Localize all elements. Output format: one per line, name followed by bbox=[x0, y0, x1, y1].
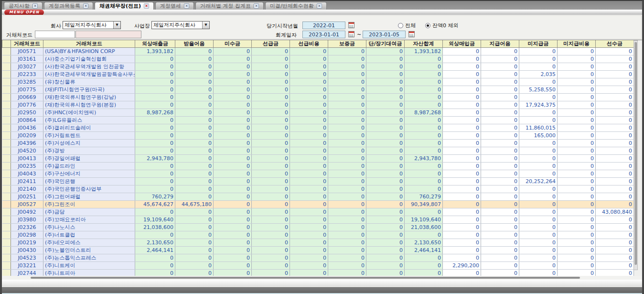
amount-cell[interactable]: 0 bbox=[328, 239, 366, 247]
partner-code-cell[interactable]: J00436 bbox=[11, 124, 43, 132]
amount-cell[interactable]: 0 bbox=[481, 94, 519, 101]
partner-code-cell[interactable]: J03161 bbox=[11, 55, 43, 63]
partner-code-cell[interactable]: J03980 bbox=[11, 216, 43, 224]
amount-cell[interactable]: 0 bbox=[481, 71, 519, 78]
partner-name-input[interactable] bbox=[75, 31, 141, 38]
amount-cell[interactable]: 0 bbox=[290, 208, 328, 216]
amount-cell[interactable]: 0 bbox=[328, 124, 366, 132]
amount-cell[interactable]: 0 bbox=[558, 140, 596, 147]
table-row[interactable]: J04396(주)거성에스지0000000000000 bbox=[2, 140, 634, 147]
amount-cell[interactable]: 19,109,640 bbox=[135, 216, 175, 224]
amount-cell[interactable]: 0 bbox=[481, 216, 519, 224]
calendar-icon[interactable] bbox=[348, 22, 354, 28]
partner-code-cell[interactable]: J00219 bbox=[11, 239, 43, 247]
amount-cell[interactable]: 0 bbox=[214, 71, 252, 78]
row-selector-cell[interactable] bbox=[2, 140, 11, 147]
amount-cell[interactable]: 0 bbox=[405, 185, 443, 193]
amount-cell[interactable]: 0 bbox=[558, 109, 596, 117]
amount-cell[interactable]: 17,924,375 bbox=[519, 101, 558, 109]
amount-cell[interactable]: 0 bbox=[366, 216, 405, 224]
amount-cell[interactable]: 0 bbox=[366, 117, 405, 124]
table-row[interactable]: J00298(주)너트클럽0000000000000 bbox=[2, 231, 634, 239]
amount-cell[interactable]: 0 bbox=[175, 140, 214, 147]
amount-cell[interactable]: 0 bbox=[596, 101, 634, 109]
amount-cell[interactable]: 0 bbox=[175, 247, 214, 254]
column-header[interactable]: 외상매출금 bbox=[135, 40, 175, 48]
amount-cell[interactable]: 0 bbox=[290, 124, 328, 132]
amount-cell[interactable]: 0 bbox=[328, 231, 366, 239]
amount-cell[interactable]: 0 bbox=[135, 101, 175, 109]
amount-cell[interactable]: 0 bbox=[558, 55, 596, 63]
amount-cell[interactable]: 0 bbox=[519, 231, 558, 239]
amount-cell[interactable]: 0 bbox=[214, 132, 252, 140]
amount-cell[interactable]: 0 bbox=[405, 63, 443, 71]
column-header[interactable]: 거래처코드 bbox=[43, 40, 135, 48]
tab-partner-account-summary[interactable]: 거래처별 계정 집계표 × bbox=[195, 2, 264, 10]
amount-cell[interactable]: 0 bbox=[366, 163, 405, 170]
partner-code-cell[interactable]: J00527 bbox=[11, 201, 43, 208]
amount-cell[interactable]: 0 bbox=[328, 178, 366, 185]
amount-cell[interactable]: 0 bbox=[366, 140, 405, 147]
amount-cell[interactable]: 0 bbox=[214, 63, 252, 71]
partner-code-cell[interactable]: J04043 bbox=[11, 170, 43, 178]
partner-name-cell[interactable]: (주)노블인더스트리 bbox=[43, 247, 135, 254]
amount-cell[interactable]: 0 bbox=[252, 78, 290, 86]
company-select[interactable]: 제일저지주식회사 ▼ bbox=[63, 21, 121, 29]
table-row[interactable]: J00571(USA)BY＆HFASHION CORP1,393,1820000… bbox=[2, 48, 634, 55]
partner-code-cell[interactable]: J00251 bbox=[11, 193, 43, 201]
tab-close-icon[interactable]: × bbox=[317, 3, 322, 9]
partner-name-cell[interactable]: (주)골드라인 bbox=[43, 163, 135, 170]
amount-cell[interactable]: 0 bbox=[252, 55, 290, 63]
date-to-input[interactable]: 2023-01-05 bbox=[363, 31, 406, 38]
amount-cell[interactable]: 0 bbox=[519, 94, 558, 101]
amount-cell[interactable]: 0 bbox=[558, 155, 596, 163]
amount-cell[interactable]: 0 bbox=[519, 55, 558, 63]
amount-cell[interactable]: 0 bbox=[596, 109, 634, 117]
radio-all[interactable]: 전체 bbox=[398, 22, 416, 29]
amount-cell[interactable]: 45,674,627 bbox=[135, 201, 175, 208]
amount-cell[interactable]: 0 bbox=[328, 86, 366, 94]
amount-cell[interactable]: 0 bbox=[366, 101, 405, 109]
table-row[interactable]: J00492(주)금담00000000000043,080,840 bbox=[2, 208, 634, 216]
column-header[interactable]: 선급금 bbox=[252, 40, 290, 48]
amount-cell[interactable]: 0 bbox=[443, 101, 481, 109]
amount-cell[interactable]: 5,258,550 bbox=[519, 86, 558, 94]
amount-cell[interactable]: 0 bbox=[252, 239, 290, 247]
row-selector-cell[interactable] bbox=[2, 185, 11, 193]
partner-name-cell[interactable]: (주)너트클럽 bbox=[43, 231, 135, 239]
amount-cell[interactable]: 0 bbox=[481, 155, 519, 163]
table-row[interactable]: J03285(유)창신물류0000000000000 bbox=[2, 78, 634, 86]
amount-cell[interactable]: 0 bbox=[290, 185, 328, 193]
amount-cell[interactable]: 0 bbox=[290, 63, 328, 71]
radio-dot-icon[interactable] bbox=[425, 23, 430, 28]
amount-cell[interactable]: 0 bbox=[252, 224, 290, 231]
partner-name-cell[interactable]: (주)국민은행인증사업부 bbox=[43, 185, 135, 193]
partner-name-cell[interactable]: (사)한국관세무역개발원공항특송사무소 bbox=[43, 71, 135, 78]
amount-cell[interactable]: 0 bbox=[443, 147, 481, 155]
column-header[interactable]: 보증금 bbox=[328, 40, 366, 48]
amount-cell[interactable]: 0 bbox=[519, 201, 558, 208]
amount-cell[interactable]: 0 bbox=[481, 63, 519, 71]
tab-notice[interactable]: 공지사항 × bbox=[4, 2, 43, 10]
partner-code-cell[interactable]: J04520 bbox=[11, 147, 43, 155]
amount-cell[interactable]: 0 bbox=[290, 201, 328, 208]
table-row[interactable]: J00436(주)갤러리드솔레이000000000011,860,01500 bbox=[2, 124, 634, 132]
amount-cell[interactable]: 0 bbox=[252, 163, 290, 170]
column-header[interactable]: 지급어음 bbox=[481, 40, 519, 48]
partner-name-cell[interactable]: (주)구산에너지 bbox=[43, 170, 135, 178]
amount-cell[interactable]: 0 bbox=[252, 117, 290, 124]
amount-cell[interactable]: 0 bbox=[596, 94, 634, 101]
partner-name-cell[interactable]: (재)한국의류시험연구원(본점) bbox=[43, 101, 135, 109]
amount-cell[interactable]: 0 bbox=[481, 48, 519, 55]
amount-cell[interactable]: 0 bbox=[558, 239, 596, 247]
amount-cell[interactable]: 0 bbox=[558, 78, 596, 86]
amount-cell[interactable]: 0 bbox=[481, 170, 519, 178]
amount-cell[interactable]: 0 bbox=[558, 132, 596, 140]
amount-cell[interactable]: 0 bbox=[252, 208, 290, 216]
amount-cell[interactable]: 0 bbox=[519, 63, 558, 71]
amount-cell[interactable]: 0 bbox=[214, 163, 252, 170]
partner-name-cell[interactable]: (주)경일어패럴 bbox=[43, 155, 135, 163]
amount-cell[interactable]: 0 bbox=[443, 163, 481, 170]
amount-cell[interactable]: 0 bbox=[519, 216, 558, 224]
amount-cell[interactable]: 0 bbox=[481, 101, 519, 109]
